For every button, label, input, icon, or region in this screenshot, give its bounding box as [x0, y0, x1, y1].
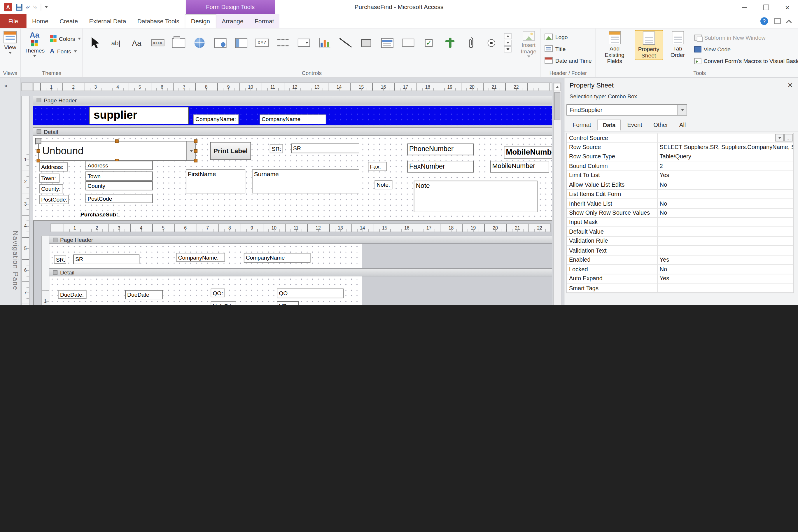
check-box-icon[interactable] — [419, 33, 439, 52]
property-value[interactable] — [658, 227, 794, 236]
scroll-up-icon[interactable] — [554, 83, 561, 91]
tab-create[interactable]: Create — [54, 14, 83, 28]
navigation-pane[interactable]: » Navigation Pane — [0, 78, 20, 305]
purchasesub-label[interactable]: PurchaseSub: — [79, 210, 122, 219]
tab-other[interactable]: Other — [648, 119, 673, 131]
supplier-label[interactable]: supplier — [89, 107, 189, 124]
sr-label[interactable]: SR: — [270, 144, 283, 153]
move-handle[interactable] — [35, 138, 41, 144]
collapse-ribbon-icon[interactable] — [786, 19, 792, 25]
postcode-field[interactable]: PostCode — [86, 194, 153, 203]
print-label-button[interactable]: Print Label — [210, 142, 251, 160]
property-value[interactable]: Yes — [658, 274, 794, 283]
close-property-sheet-icon[interactable]: ✕ — [787, 81, 793, 89]
undo-icon[interactable] — [26, 3, 30, 11]
tab-control-icon[interactable] — [169, 33, 188, 52]
tab-format[interactable]: Format — [249, 14, 280, 28]
tab-arrange[interactable]: Arrange — [216, 14, 249, 28]
duedate-field[interactable]: DueDate — [125, 290, 163, 299]
property-value[interactable] — [658, 133, 794, 142]
selection-handle[interactable] — [194, 149, 197, 152]
toggle-button-icon[interactable] — [356, 33, 376, 52]
tab-order-button[interactable]: Tab Order — [666, 30, 689, 59]
close-button[interactable] — [777, 0, 798, 14]
page-break-icon[interactable] — [273, 33, 292, 52]
chart-icon[interactable] — [315, 33, 334, 52]
firstname-field[interactable]: FirstName — [186, 169, 245, 193]
unbound-object-frame-icon[interactable] — [440, 33, 460, 52]
view-code-button[interactable]: View Code — [692, 44, 798, 55]
title-button[interactable]: Title — [543, 43, 567, 54]
hyperlink-icon[interactable] — [189, 33, 209, 52]
insert-image-dropdown-icon[interactable] — [527, 56, 530, 58]
property-value[interactable] — [658, 284, 794, 292]
subform-horizontal-ruler[interactable]: 12345678910111213141516171819202122 — [51, 223, 551, 232]
selection-handle[interactable] — [37, 159, 40, 162]
note-field[interactable]: Note — [414, 180, 537, 212]
property-builder-icon[interactable]: … — [784, 134, 793, 141]
restore-button[interactable] — [755, 0, 777, 14]
fonts-button[interactable]: A Fonts — [48, 46, 82, 57]
sr-field[interactable]: SR — [291, 144, 359, 153]
up-field[interactable]: UP — [277, 301, 299, 305]
detail-section-grid[interactable]: Unbound Print Label SR: SR PhoneNumber M… — [33, 136, 552, 305]
button-icon[interactable]: xxxx — [148, 33, 167, 52]
attachment-icon[interactable] — [460, 33, 480, 52]
qo-field[interactable]: QO — [277, 288, 344, 298]
tab-design[interactable]: Design — [185, 14, 216, 28]
scrollbar-thumb[interactable] — [554, 92, 560, 120]
town-label[interactable]: Town: — [39, 173, 59, 183]
fax-label[interactable]: Fax: — [368, 162, 387, 171]
gallery-scroll-down-icon[interactable] — [504, 40, 512, 46]
tab-file[interactable]: File — [0, 14, 26, 28]
subform-vertical-ruler[interactable]: 123456 — [41, 236, 49, 305]
note-label[interactable]: Note: — [375, 180, 392, 189]
subform-companyname-field[interactable]: CompanyName — [244, 253, 311, 263]
select-icon[interactable] — [85, 33, 105, 52]
property-value[interactable]: No — [658, 265, 794, 273]
navigation-control-icon[interactable] — [231, 33, 251, 52]
detail-section-bar[interactable]: Detail — [33, 127, 552, 136]
web-browser-control-icon[interactable] — [210, 33, 230, 52]
page-header-band[interactable]: supplier CompanyName: CompanyName — [33, 106, 552, 125]
property-value[interactable] — [658, 190, 794, 198]
phonenumber-field[interactable]: PhoneNumber — [407, 144, 474, 155]
convert-macros-button[interactable]: Convert Form's Macros to Visual Basic — [692, 55, 798, 66]
tab-home[interactable]: Home — [26, 14, 54, 28]
vertical-ruler[interactable]: 1234567891011121314 — [21, 96, 30, 305]
surname-field[interactable]: Surname — [252, 169, 359, 193]
tab-data[interactable]: Data — [597, 119, 621, 131]
page-header-section-bar[interactable]: Page Header — [33, 96, 552, 104]
county-label[interactable]: County: — [39, 184, 63, 193]
date-time-button[interactable]: Date and Time — [543, 55, 593, 65]
property-value[interactable]: Yes — [658, 171, 794, 180]
option-button-icon[interactable] — [481, 33, 501, 52]
logo-button[interactable]: Logo — [543, 32, 569, 42]
companyname-header-field[interactable]: CompanyName — [260, 115, 326, 124]
selected-object-dropdown-icon[interactable] — [678, 105, 687, 115]
address-field[interactable]: Address — [86, 161, 153, 170]
option-group-icon[interactable]: XYZ — [252, 33, 272, 52]
text-box-icon[interactable]: ab| — [106, 33, 126, 52]
selection-handle[interactable] — [194, 139, 197, 143]
county-field[interactable]: County — [86, 181, 153, 190]
property-value[interactable]: SELECT Suppliers.SR, Suppliers.CompanyNa… — [658, 142, 794, 151]
purchase-subform[interactable]: 12345678910111213141516171819202122 1234… — [33, 221, 552, 305]
mobilenumber-heading[interactable]: MobileNumber — [504, 146, 552, 159]
tab-external-data[interactable]: External Data — [83, 14, 132, 28]
add-existing-fields-button[interactable]: Add Existing Fields — [598, 30, 631, 65]
subform-page-header-bar[interactable]: Page Header — [49, 236, 552, 244]
address-label[interactable]: Address: — [39, 163, 68, 171]
label-icon[interactable]: Aa — [127, 33, 147, 52]
themes-button[interactable]: Aa Themes — [23, 30, 46, 58]
mobilenumber-field[interactable]: MobileNumber — [490, 161, 549, 172]
property-value[interactable] — [658, 218, 794, 227]
property-value[interactable]: Yes — [658, 255, 794, 264]
subform-sr-field[interactable]: SR — [73, 254, 139, 264]
selection-handle[interactable] — [115, 139, 118, 143]
property-value[interactable] — [658, 246, 794, 254]
postcode-label[interactable]: PostCode: — [39, 195, 69, 204]
unit-price-label[interactable]: Unit Price — [211, 301, 236, 305]
faxnumber-field[interactable]: FaxNumber — [407, 161, 474, 172]
ribbon-display-options-icon[interactable] — [774, 18, 781, 24]
